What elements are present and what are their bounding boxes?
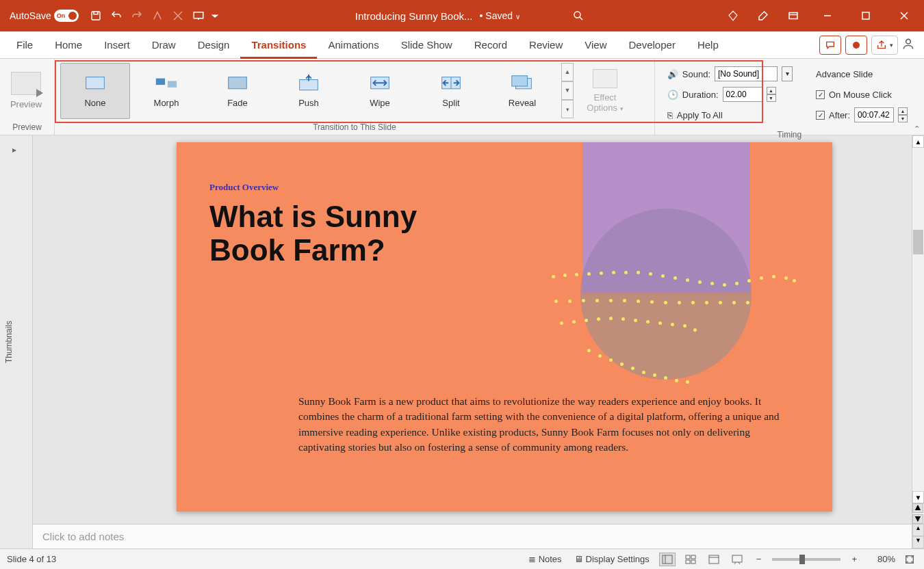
undo-icon[interactable] (106, 5, 127, 26)
tab-record[interactable]: Record (463, 31, 518, 59)
svg-rect-13 (300, 80, 318, 90)
tab-transitions[interactable]: Transitions (240, 31, 317, 59)
fit-to-window-icon[interactable] (902, 553, 917, 566)
minimize-button[interactable] (813, 5, 842, 26)
zoom-in-button[interactable]: + (847, 554, 861, 564)
notes-pane[interactable]: Click to add notes (33, 524, 912, 548)
display-settings-button[interactable]: 🖥Display Settings (572, 553, 652, 566)
tab-insert[interactable]: Insert (93, 31, 141, 59)
notes-scroll-down[interactable]: ▼ (912, 536, 924, 548)
slide-overline[interactable]: Product Overview (209, 182, 279, 193)
scroll-down-icon[interactable]: ▼ (912, 491, 924, 503)
quick-icon-1[interactable] (147, 5, 168, 26)
duration-label: Duration: (682, 90, 719, 100)
zoom-level[interactable]: 80% (868, 554, 895, 564)
tab-home[interactable]: Home (44, 31, 93, 59)
quick-icon-2[interactable] (168, 5, 188, 26)
apply-to-all-button[interactable]: ⎘ Apply To All (667, 107, 793, 123)
svg-rect-3 (789, 13, 797, 19)
transition-fade[interactable]: Fade (203, 63, 272, 119)
svg-rect-10 (168, 81, 177, 88)
slide-counter[interactable]: Slide 4 of 13 (7, 554, 526, 564)
zoom-slider[interactable] (772, 558, 840, 561)
svg-rect-21 (686, 555, 690, 559)
sound-select[interactable] (715, 66, 778, 81)
window-icon[interactable] (783, 5, 804, 26)
comments-button[interactable] (819, 36, 841, 55)
after-up[interactable]: ▲ (898, 107, 908, 115)
tab-design[interactable]: Design (187, 31, 241, 59)
gallery-expand[interactable]: ▾ (561, 100, 574, 118)
duration-down[interactable]: ▼ (767, 94, 776, 102)
duration-icon: 🕒 (667, 90, 678, 100)
thumbnails-expand-icon[interactable]: ▸ (12, 145, 16, 155)
transition-reveal[interactable]: Reveal (487, 63, 557, 119)
svg-rect-25 (709, 555, 719, 564)
prev-slide-icon[interactable]: ⯅ (912, 503, 923, 513)
diamond-icon[interactable] (723, 5, 743, 26)
close-button[interactable] (890, 5, 919, 26)
sorter-view-icon[interactable] (682, 553, 699, 566)
slide-canvas[interactable]: Product Overview What is SunnyBook Farm?… (33, 135, 912, 524)
mouse-click-checkbox[interactable]: ✓ (816, 90, 825, 99)
maximize-button[interactable] (851, 5, 880, 26)
after-input[interactable] (854, 107, 894, 122)
transition-morph[interactable]: Morph (131, 63, 201, 119)
sound-dropdown[interactable]: ▾ (782, 66, 793, 81)
duration-input[interactable] (723, 87, 762, 102)
after-checkbox[interactable]: ✓ (816, 111, 825, 120)
account-icon[interactable] (898, 37, 919, 53)
ribbon-tabs: File Home Insert Draw Design Transitions… (0, 31, 924, 59)
preview-button[interactable]: Preview (5, 72, 47, 109)
document-title: Introducing Sunny Book... (355, 10, 473, 22)
transition-push[interactable]: Push (274, 63, 344, 119)
tab-review[interactable]: Review (518, 31, 574, 59)
gallery-scroll-up[interactable]: ▲ (561, 63, 574, 81)
svg-point-7 (906, 39, 911, 44)
tab-file[interactable]: File (5, 31, 44, 59)
vertical-scrollbar[interactable]: ▲ ▼ ⯅ ⯆ (912, 135, 924, 524)
thumbnails-panel[interactable]: ▸ Thumbnails (0, 135, 33, 548)
tab-slideshow[interactable]: Slide Show (390, 31, 463, 59)
next-slide-icon[interactable]: ⯆ (912, 514, 923, 524)
tab-developer[interactable]: Developer (618, 31, 686, 59)
save-icon[interactable] (86, 5, 106, 26)
transition-none[interactable]: None (60, 63, 130, 119)
present-icon[interactable] (188, 5, 209, 26)
tab-animations[interactable]: Animations (317, 31, 389, 59)
qat-more-icon[interactable] (209, 5, 221, 26)
tab-view[interactable]: View (574, 31, 617, 59)
collapse-ribbon-icon[interactable]: ⌃ (914, 124, 920, 133)
svg-point-2 (574, 12, 580, 18)
scroll-thumb[interactable] (913, 230, 923, 254)
slide[interactable]: Product Overview What is SunnyBook Farm?… (177, 142, 832, 512)
brush-icon[interactable] (753, 5, 773, 26)
share-button[interactable]: ▾ (871, 36, 898, 55)
tab-help[interactable]: Help (686, 31, 730, 59)
slideshow-view-icon[interactable] (729, 553, 745, 566)
zoom-out-button[interactable]: − (752, 554, 766, 564)
svg-rect-5 (862, 12, 869, 19)
reading-view-icon[interactable] (706, 553, 722, 566)
slide-heading[interactable]: What is SunnyBook Farm? (209, 200, 417, 268)
transition-wipe[interactable]: Wipe (345, 63, 415, 119)
thumbnails-label: Thumbnails (4, 321, 14, 363)
notes-scroll-up[interactable]: ▲ (912, 524, 924, 536)
gallery-scroll-down[interactable]: ▼ (561, 81, 574, 100)
transition-split[interactable]: Split (416, 63, 486, 119)
tab-draw[interactable]: Draw (141, 31, 187, 59)
scroll-up-icon[interactable]: ▲ (912, 135, 924, 148)
normal-view-icon[interactable] (659, 553, 676, 566)
redo-icon[interactable] (127, 5, 147, 26)
notes-placeholder: Click to add notes (42, 531, 124, 542)
autosave-toggle[interactable]: On (54, 10, 79, 22)
save-status[interactable]: • Saved ∨ (480, 10, 520, 21)
notes-button[interactable]: ≣Notes (526, 553, 565, 566)
duration-up[interactable]: ▲ (767, 87, 776, 94)
search-icon[interactable] (568, 5, 589, 26)
slide-body[interactable]: Sunny Book Farm is a new product that ai… (298, 394, 784, 455)
preview-group-label: Preview (0, 122, 54, 135)
title-bar: AutoSave On Introducing Sunny Book... • … (0, 0, 924, 31)
after-down[interactable]: ▼ (898, 115, 908, 122)
record-button[interactable] (845, 36, 867, 55)
